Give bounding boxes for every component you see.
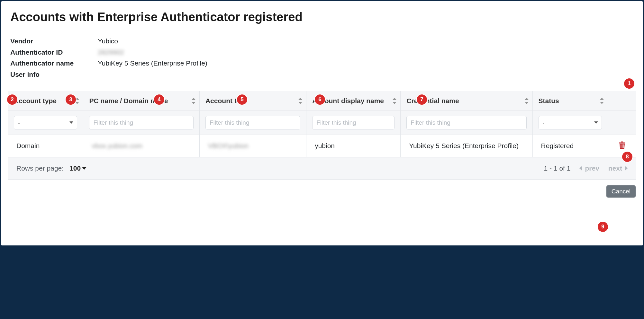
filter-display-name[interactable] — [312, 116, 395, 129]
col-account-id[interactable]: Account ID — [199, 91, 306, 111]
user-info-label: User info — [10, 69, 98, 80]
annotation-marker-5: 5 — [237, 94, 247, 105]
col-credential-name-label: Credential name — [406, 97, 459, 104]
annotation-marker-3: 3 — [66, 94, 76, 105]
authenticator-name-label: Authenticator name — [10, 58, 98, 69]
col-actions — [608, 91, 636, 111]
filter-account-id[interactable] — [205, 116, 300, 129]
sort-icon — [298, 98, 302, 104]
svg-rect-4 — [621, 142, 623, 143]
authenticator-id-label: Authenticator ID — [10, 47, 98, 58]
col-account-type-label: Account type — [14, 97, 57, 104]
sort-icon — [392, 98, 396, 104]
col-account-id-label: Account ID — [205, 97, 241, 104]
annotation-marker-1: 1 — [624, 78, 634, 89]
cell-account-type: Domain — [8, 135, 83, 157]
annotation-marker-2: 2 — [7, 94, 17, 105]
cell-credential-name: YubiKey 5 Series (Enterprise Profile) — [401, 135, 532, 157]
pagination-range: 1 - 1 of 1 — [544, 164, 571, 172]
details-section: Vendor Yubico Authenticator ID 2829902 A… — [1, 30, 643, 82]
authenticator-name-value: YubiKey 5 Series (Enterprise Profile) — [98, 58, 207, 69]
modal-footer: Cancel — [1, 180, 643, 199]
cancel-button[interactable]: Cancel — [606, 185, 636, 198]
caret-down-icon — [82, 167, 86, 170]
sort-icon — [191, 98, 195, 104]
table-footer: Rows per page: 100 1 - 1 of 1 prev next — [8, 157, 636, 180]
rows-per-page-select[interactable]: 100 — [69, 164, 86, 172]
annotation-marker-9: 9 — [598, 222, 608, 232]
vendor-label: Vendor — [10, 36, 98, 47]
filter-pc-domain[interactable] — [89, 116, 193, 129]
next-page-button[interactable]: next — [608, 164, 628, 172]
filter-credential-name[interactable] — [406, 116, 526, 129]
svg-rect-5 — [621, 145, 621, 148]
annotation-marker-8: 8 — [622, 152, 632, 162]
triangle-right-icon — [625, 166, 628, 171]
cell-display-name: yubion — [306, 135, 401, 157]
sort-icon — [599, 98, 604, 104]
annotation-marker-7: 7 — [417, 94, 427, 105]
delete-row-button[interactable] — [619, 141, 626, 151]
col-pc-domain[interactable]: PC name / Domain name — [83, 91, 199, 111]
modal-title: Accounts with Enterprise Authenticator r… — [10, 10, 634, 24]
rows-per-page-label: Rows per page: — [16, 164, 64, 172]
col-status-label: Status — [539, 97, 559, 104]
col-status[interactable]: Status — [532, 91, 608, 111]
filter-account-type[interactable]: - — [14, 116, 77, 129]
modal-header: Accounts with Enterprise Authenticator r… — [1, 1, 643, 30]
table-row: Domain vbox.yubion.com VBOX\yubion yubio… — [8, 135, 636, 157]
vendor-value: Yubico — [98, 36, 118, 47]
triangle-left-icon — [579, 166, 582, 171]
annotation-marker-4: 4 — [154, 94, 164, 105]
svg-rect-7 — [623, 145, 623, 148]
sort-icon — [524, 98, 529, 104]
modal-dialog: 1 2 3 4 5 6 7 8 9 Accounts with Enterpri… — [1, 1, 643, 245]
cell-account-id: VBOX\yubion — [199, 135, 306, 157]
annotation-marker-6: 6 — [315, 94, 325, 105]
cell-status: Registered — [532, 135, 608, 157]
authenticator-id-value: 2829902 — [98, 47, 124, 58]
filter-status[interactable]: - — [539, 116, 602, 129]
prev-page-button[interactable]: prev — [579, 164, 599, 172]
cell-pc-domain: vbox.yubion.com — [83, 135, 199, 157]
svg-rect-3 — [619, 143, 625, 144]
trash-icon — [619, 141, 626, 149]
svg-rect-6 — [622, 145, 622, 148]
